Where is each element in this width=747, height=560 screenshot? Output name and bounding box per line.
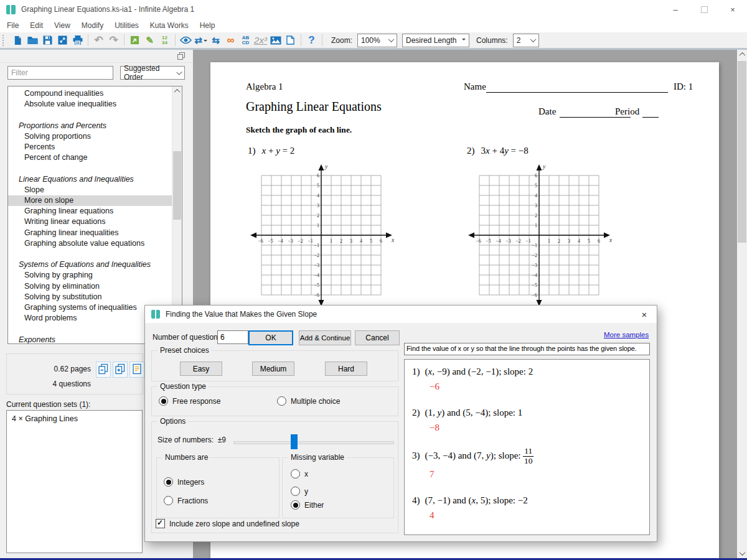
svg-text:3: 3 <box>568 238 570 244</box>
dialog-close-button[interactable]: × <box>637 308 652 320</box>
svg-text:5: 5 <box>588 238 590 244</box>
shuffle-questions-icon[interactable]: ⇆ <box>209 33 222 47</box>
renumber-icon[interactable]: 1234 <box>158 33 171 47</box>
svg-text:−6: −6 <box>258 238 263 244</box>
export-icon[interactable] <box>56 33 69 47</box>
topic-item-solving-by-elimination[interactable]: Solving by elimination <box>8 281 182 292</box>
svg-text:y: y <box>542 164 546 170</box>
edit-pencil-icon[interactable]: ✎ <box>143 33 156 47</box>
topic-item-percents[interactable]: Percents <box>8 142 182 152</box>
more-samples-link[interactable]: More samples <box>604 331 649 338</box>
help-icon[interactable]: ? <box>305 33 318 47</box>
columns-select[interactable]: 2 <box>513 34 539 47</box>
easy-button[interactable]: Easy <box>180 362 222 376</box>
menu-edit[interactable]: Edit <box>24 19 49 32</box>
size-slider-track[interactable] <box>233 441 394 444</box>
topic-item-solving-proportions[interactable]: Solving proportions <box>8 131 182 142</box>
kuta-logo-icon <box>151 310 160 319</box>
radio-icon <box>291 500 300 510</box>
svg-text:6: 6 <box>598 238 600 244</box>
maximize-button[interactable] <box>690 0 718 19</box>
topic-item-more-on-slope[interactable]: More on slope <box>8 195 182 206</box>
include-zero-slope-checkbox[interactable]: Include zero slope and undefined slope <box>156 519 299 528</box>
svg-text:x: x <box>609 237 613 243</box>
open-folder-icon[interactable] <box>26 33 39 47</box>
redo-icon[interactable]: ↷ <box>107 33 120 47</box>
ok-button[interactable]: OK <box>248 330 293 345</box>
topic-item-graphing-linear-equations[interactable]: Graphing linear equations <box>8 206 182 217</box>
scroll-up-icon[interactable] <box>737 50 747 59</box>
scrollbar-thumb[interactable] <box>738 61 746 243</box>
fractions-radio[interactable]: Fractions <box>164 496 208 505</box>
sort-order-select[interactable]: Suggested Order <box>120 66 185 80</box>
topic-item-writing-linear-equations[interactable]: Writing linear equations <box>8 217 182 227</box>
topic-item-absolute-value-inequalities[interactable]: Absolute value inequalities <box>8 99 182 110</box>
menu-file[interactable]: File <box>1 19 24 32</box>
missing-y-radio[interactable]: y <box>291 487 308 496</box>
missing-x-radio[interactable]: x <box>291 469 308 478</box>
exponent-style-icon[interactable]: 2x³ <box>254 33 267 47</box>
cancel-button[interactable]: Cancel <box>355 330 400 345</box>
topic-item-percent-of-change[interactable]: Percent of change <box>8 152 182 163</box>
preview-eye-icon[interactable] <box>179 33 192 47</box>
radio-icon <box>277 396 286 406</box>
worksheet-problem: 1)x + y = 2 <box>248 146 294 156</box>
topic-item-solving-by-graphing[interactable]: Solving by graphing <box>8 270 182 281</box>
undo-icon[interactable]: ↶ <box>92 33 105 47</box>
graph-image-icon[interactable] <box>269 33 282 47</box>
scroll-down-icon[interactable] <box>737 549 747 558</box>
svg-text:3: 3 <box>350 238 352 244</box>
document-scrollbar[interactable] <box>737 50 747 558</box>
question-options-dialog: Finding the Value that Makes the Given S… <box>144 305 657 542</box>
size-slider-thumb[interactable] <box>291 434 298 449</box>
question-set-item[interactable]: 4 × Graphing Lines <box>7 411 142 427</box>
add-continue-button[interactable]: Add & Continue <box>299 330 351 345</box>
menu-kuta-works[interactable]: Kuta Works <box>144 19 194 32</box>
number-of-questions-input[interactable] <box>217 330 248 344</box>
menu-utilities[interactable]: Utilities <box>109 19 144 32</box>
topic-item-slope[interactable]: Slope <box>8 185 182 195</box>
menu-modify[interactable]: Modify <box>76 19 109 32</box>
topic-spacer <box>8 110 182 120</box>
coordinate-grid: −6−6−5−5−4−4−3−3−2−2−1−1112233445566xy <box>247 161 396 310</box>
coordinate-grid: −6−6−5−5−4−4−3−3−2−2−1−1112233445566xy <box>464 161 614 310</box>
save-icon[interactable] <box>41 33 54 47</box>
regenerate-questions-icon[interactable]: ⇄ <box>194 33 207 47</box>
desired-length-button[interactable]: Desired Length <box>402 34 469 47</box>
integers-radio[interactable]: Integers <box>164 477 204 487</box>
free-response-radio[interactable]: Free response <box>159 396 220 406</box>
filter-input[interactable] <box>7 66 113 80</box>
answer-choices-icon[interactable]: ABCD <box>239 33 252 47</box>
print-icon[interactable] <box>71 33 84 47</box>
infinite-questions-icon[interactable]: ∞ <box>224 33 237 47</box>
page-outline-icon[interactable] <box>284 33 297 47</box>
svg-text:4: 4 <box>578 238 580 244</box>
new-document-icon[interactable] <box>11 33 24 47</box>
topic-spacer <box>8 249 182 259</box>
minimize-button[interactable]: – <box>661 0 690 19</box>
multiple-choice-radio[interactable]: Multiple choice <box>277 396 340 406</box>
kuta-logo-icon <box>6 5 16 14</box>
topic-item-graphing-absolute-value-equations[interactable]: Graphing absolute value equations <box>8 238 182 249</box>
more-pages-button[interactable] <box>113 362 128 378</box>
topic-item-compound-inequalities[interactable]: Compound inequalities <box>8 88 182 99</box>
fewer-pages-button[interactable] <box>96 362 111 378</box>
float-panel-icon[interactable] <box>177 52 185 62</box>
medium-button[interactable]: Medium <box>252 362 294 376</box>
menu-help[interactable]: Help <box>194 19 221 32</box>
menu-view[interactable]: View <box>49 19 76 32</box>
toolbar: ↶↷✎1234⇄⇆∞ABCD2x³? Zoom: 100% Desired Le… <box>0 32 747 50</box>
scroll-up-icon[interactable] <box>172 86 182 96</box>
zoom-select[interactable]: 100% <box>357 34 397 47</box>
page-layout-button[interactable] <box>129 362 144 378</box>
toolbar-grip[interactable] <box>2 35 7 46</box>
topic-item-solving-by-substitution[interactable]: Solving by substitution <box>8 292 182 302</box>
topic-item-graphing-linear-inequalities[interactable]: Graphing linear inequalities <box>8 228 182 238</box>
scrollbar-thumb[interactable] <box>173 151 181 220</box>
zoom-label: Zoom: <box>331 36 352 45</box>
missing-either-radio[interactable]: Either <box>291 500 324 510</box>
pop-out-icon[interactable] <box>128 33 141 47</box>
worksheet-course: Algebra 1 <box>246 82 283 92</box>
hard-button[interactable]: Hard <box>325 362 367 376</box>
close-button[interactable]: × <box>718 0 747 19</box>
